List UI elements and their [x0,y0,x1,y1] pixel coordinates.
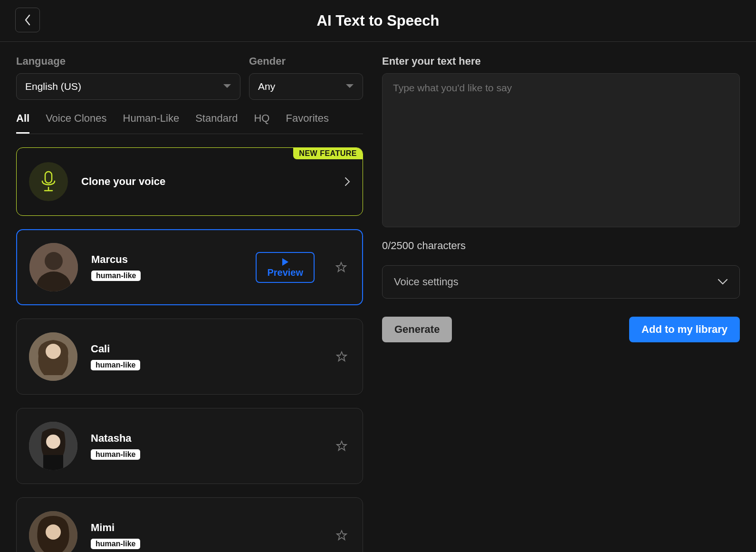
voice-tag: human-like [91,271,141,281]
star-icon [336,530,347,541]
favorite-button[interactable] [333,259,350,276]
gender-value: Any [258,81,275,92]
favorite-button[interactable] [333,527,350,544]
language-label: Language [16,55,240,68]
language-select[interactable]: English (US) [16,73,240,100]
voice-settings-label: Voice settings [394,276,459,288]
header: AI Text to Speech [0,0,756,42]
voice-name: Mimi [91,522,315,534]
voice-name: Cali [91,343,315,355]
voice-card-marcus[interactable]: Marcus human-like Preview [16,229,363,305]
play-icon [281,258,289,266]
tab-favorites[interactable]: Favorites [286,112,328,134]
favorite-button[interactable] [333,437,350,455]
star-icon [336,440,347,452]
generate-button[interactable]: Generate [382,317,452,342]
new-feature-badge: NEW FEATURE [293,148,363,159]
chevron-down-icon [223,84,231,89]
tab-hq[interactable]: HQ [254,112,269,134]
page-title: AI Text to Speech [317,12,440,29]
voice-tag: human-like [91,539,140,549]
svg-point-4 [45,252,63,270]
chevron-down-icon [718,279,728,285]
gender-label: Gender [249,55,363,68]
chevron-down-icon [345,84,354,89]
clone-voice-title: Clone your voice [81,175,331,188]
voice-name: Natasha [91,432,315,445]
svg-point-14 [46,524,61,540]
avatar [29,243,78,291]
text-input-label: Enter your text here [382,55,740,68]
back-button[interactable] [15,8,40,32]
tab-standard[interactable]: Standard [195,112,238,134]
tab-voice-clones[interactable]: Voice Clones [46,112,106,134]
voice-card-natasha[interactable]: Natasha human-like [16,408,363,484]
svg-rect-0 [45,172,52,183]
chevron-right-icon [345,177,350,186]
left-column: Language English (US) Gender Any [16,55,363,552]
voice-name: Marcus [91,253,242,266]
chevron-left-icon [24,14,31,26]
right-column: Enter your text here 0/2500 characters V… [382,55,740,552]
voice-card-mimi[interactable]: Mimi human-like [16,497,363,552]
tab-human-like[interactable]: Human-Like [123,112,180,134]
preview-label: Preview [267,267,303,278]
avatar [29,422,77,470]
char-count: 0/2500 characters [382,240,740,252]
voice-settings-accordion[interactable]: Voice settings [382,265,740,299]
avatar [29,332,77,381]
star-icon [336,351,347,362]
gender-select[interactable]: Any [249,73,363,100]
text-input[interactable] [382,73,740,227]
tab-all[interactable]: All [16,112,29,134]
svg-point-11 [46,435,60,449]
microphone-icon [29,162,68,201]
voice-tag: human-like [91,449,140,460]
voice-tag: human-like [91,360,140,370]
favorite-button[interactable] [333,348,350,365]
star-icon [335,261,347,273]
preview-button[interactable]: Preview [256,252,315,283]
svg-rect-12 [43,455,63,470]
clone-voice-card[interactable]: NEW FEATURE Clone your voice [16,147,363,216]
avatar [29,511,77,552]
svg-point-8 [46,344,61,359]
voice-card-cali[interactable]: Cali human-like [16,319,363,395]
voice-list: NEW FEATURE Clone your voice [16,147,363,552]
language-value: English (US) [25,81,81,92]
add-to-library-button[interactable]: Add to my library [629,317,740,342]
voice-tabs: All Voice Clones Human-Like Standard HQ … [16,112,363,134]
